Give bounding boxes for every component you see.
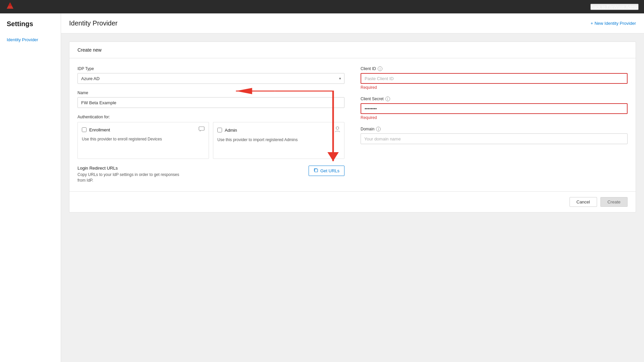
admin-desc: Use this provider to import registered A… — [217, 137, 340, 143]
form-left: IDP Type Azure AD SAML OIDC ▾ — [77, 66, 344, 183]
content-header: Identity Provider + New Identity Provide… — [61, 13, 644, 34]
client-secret-input[interactable] — [361, 103, 628, 114]
form-right: Client ID i Required Client Secret — [361, 66, 628, 183]
client-id-error: Required — [361, 85, 628, 90]
client-id-info-icon[interactable]: i — [378, 66, 382, 71]
login-redirect-title: Login Redirect URLs — [77, 166, 185, 171]
card-header: Create new — [69, 42, 636, 58]
chat-icon — [199, 126, 205, 133]
login-redirect-desc: Copy URLs to your IdP settings in order … — [77, 172, 185, 183]
enrollment-card-header: Enrollment — [82, 126, 205, 133]
main-layout: Settings Identity Provider Identity Prov… — [0, 13, 644, 362]
form-area: Create new IDP Type Azure AD S — [61, 34, 644, 221]
svg-rect-2 — [315, 169, 318, 172]
copy-icon — [314, 168, 318, 174]
main-content: Identity Provider + New Identity Provide… — [61, 13, 644, 362]
admin-card-left: Admin — [217, 128, 237, 133]
new-identity-provider-btn[interactable]: + New Identity Provider — [591, 21, 636, 26]
enrollment-desc: Use this provider to enroll registered D… — [82, 136, 205, 142]
get-urls-btn[interactable]: Get URLs — [309, 166, 344, 176]
login-redirect-info: Login Redirect URLs Copy URLs to your Id… — [77, 166, 185, 183]
client-secret-info-icon[interactable]: i — [385, 97, 390, 101]
person-icon — [335, 126, 340, 134]
admin-title: Admin — [225, 128, 237, 133]
domain-info-icon[interactable]: i — [376, 127, 381, 131]
plus-icon: + — [591, 21, 593, 26]
card-footer: Cancel Create — [69, 191, 636, 212]
enrollment-checkbox[interactable] — [82, 127, 87, 132]
auth-cards: Enrollment — [77, 122, 344, 159]
name-group: Name — [77, 90, 344, 108]
domain-group: Domain i — [361, 127, 628, 144]
create-button[interactable]: Create — [600, 197, 628, 207]
client-id-label: Client ID i — [361, 66, 628, 71]
card-body: IDP Type Azure AD SAML OIDC ▾ — [69, 58, 636, 191]
page-title: Identity Provider — [69, 19, 118, 27]
svg-point-1 — [336, 127, 339, 129]
sidebar-title: Settings — [0, 20, 61, 35]
client-id-group: Client ID i Required — [361, 66, 628, 90]
svg-rect-0 — [199, 127, 204, 130]
client-secret-group: Client Secret i Required — [361, 97, 628, 120]
back-to-filewave-btn[interactable]: Back to FileWave Admin — [590, 4, 639, 10]
client-secret-label: Client Secret i — [361, 97, 628, 101]
name-input[interactable] — [77, 97, 344, 108]
idp-type-select-wrapper: Azure AD SAML OIDC ▾ — [77, 73, 344, 84]
enrollment-card-left: Enrollment — [82, 127, 110, 132]
idp-type-group: IDP Type Azure AD SAML OIDC ▾ — [77, 66, 344, 84]
get-urls-label: Get URLs — [320, 168, 339, 173]
admin-card-header: Admin — [217, 126, 340, 134]
client-id-input[interactable] — [361, 73, 628, 84]
form-columns: IDP Type Azure AD SAML OIDC ▾ — [77, 66, 628, 183]
auth-for-label: Authentication for: — [77, 115, 344, 119]
cancel-button[interactable]: Cancel — [570, 197, 597, 207]
login-redirect-section: Login Redirect URLs Copy URLs to your Id… — [77, 166, 344, 183]
topbar: Back to FileWave Admin — [0, 0, 644, 13]
enrollment-title: Enrollment — [89, 127, 110, 132]
client-secret-error: Required — [361, 115, 628, 120]
idp-type-select[interactable]: Azure AD SAML OIDC — [77, 73, 344, 84]
domain-input[interactable] — [361, 133, 628, 144]
new-idp-label: New Identity Provider — [594, 21, 636, 26]
idp-type-label: IDP Type — [77, 66, 344, 71]
sidebar: Settings Identity Provider — [0, 13, 61, 362]
auth-for-group: Authentication for: Enrollment — [77, 115, 344, 159]
admin-checkbox[interactable] — [217, 128, 222, 132]
admin-card: Admin — [213, 122, 344, 159]
login-redirect-header: Login Redirect URLs Copy URLs to your Id… — [77, 166, 344, 183]
name-label: Name — [77, 90, 344, 95]
create-new-card: Create new IDP Type Azure AD S — [69, 42, 636, 213]
logo — [5, 1, 15, 12]
domain-label: Domain i — [361, 127, 628, 131]
enrollment-card: Enrollment — [77, 122, 209, 159]
sidebar-item-identity-provider[interactable]: Identity Provider — [0, 35, 61, 45]
